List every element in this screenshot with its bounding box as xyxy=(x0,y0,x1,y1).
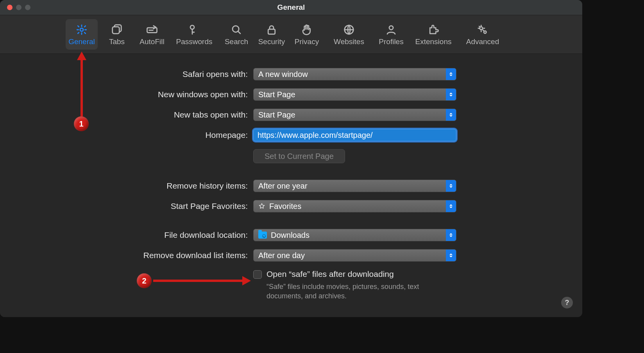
tab-profiles[interactable]: Profiles xyxy=(375,19,407,50)
safe-files-description: “Safe” files include movies, pictures, s… xyxy=(267,282,446,301)
preferences-window: General General Tabs AutoFill Passwo xyxy=(0,0,582,317)
tabs-icon xyxy=(110,23,123,36)
autofill-icon xyxy=(145,23,159,36)
help-button[interactable]: ? xyxy=(561,297,573,308)
minimize-window-button[interactable] xyxy=(16,5,21,10)
tab-label: Profiles xyxy=(379,37,403,46)
select-remove-download-list[interactable]: After one day xyxy=(253,249,456,262)
tab-general[interactable]: General xyxy=(66,19,98,50)
globe-icon xyxy=(342,23,356,36)
svg-point-3 xyxy=(190,25,194,29)
select-value: Favorites xyxy=(269,202,301,211)
select-value: Start Page xyxy=(258,111,295,119)
settings-toolbar: General Tabs AutoFill Passwords Search xyxy=(0,15,582,54)
search-icon xyxy=(230,23,243,36)
select-new-windows-open-with[interactable]: Start Page xyxy=(253,88,456,101)
zoom-window-button[interactable] xyxy=(25,5,30,10)
tab-search[interactable]: Search xyxy=(220,19,252,50)
svg-point-7 xyxy=(389,26,393,30)
general-content: Safari opens with: A new window New wind… xyxy=(0,54,582,317)
tab-tabs[interactable]: Tabs xyxy=(101,19,133,50)
svg-point-9 xyxy=(484,31,486,33)
label-new-tabs: New tabs open with: xyxy=(0,110,253,119)
select-new-tabs-open-with[interactable]: Start Page xyxy=(253,109,456,121)
tab-label: AutoFill xyxy=(140,37,164,46)
tab-label: Search xyxy=(225,37,248,46)
tab-label: Advanced xyxy=(466,37,499,46)
select-start-page-favorites[interactable]: Favorites xyxy=(253,200,456,212)
label-download-location: File download location: xyxy=(0,230,253,240)
star-icon xyxy=(258,203,265,210)
updown-icon xyxy=(446,180,456,192)
checkbox-open-safe-files[interactable] xyxy=(253,270,262,279)
tab-label: Extensions xyxy=(415,37,452,46)
select-safari-opens-with[interactable]: A new window xyxy=(253,68,456,80)
hand-icon xyxy=(300,23,313,36)
label-homepage: Homepage: xyxy=(0,130,253,140)
window-title: General xyxy=(0,0,582,15)
window-controls xyxy=(0,5,30,10)
tab-label: General xyxy=(68,37,95,46)
label-remove-downloads: Remove download list items: xyxy=(0,251,253,260)
tab-security[interactable]: Security xyxy=(256,19,288,50)
checkbox-label: Open “safe” files after downloading xyxy=(267,269,446,279)
person-icon xyxy=(385,23,398,36)
tab-extensions[interactable]: Extensions xyxy=(410,19,456,50)
tab-passwords[interactable]: Passwords xyxy=(171,19,217,50)
svg-rect-5 xyxy=(268,29,275,34)
puzzle-icon xyxy=(427,23,440,36)
lock-icon xyxy=(265,23,278,36)
select-remove-history[interactable]: After one year xyxy=(253,180,456,192)
gear-icon xyxy=(75,23,88,36)
set-to-current-page-button: Set to Current Page xyxy=(253,149,345,163)
updown-icon xyxy=(446,200,456,212)
updown-icon xyxy=(446,68,456,80)
close-window-button[interactable] xyxy=(7,5,13,10)
label-safari-opens: Safari opens with: xyxy=(0,70,253,79)
gears-icon xyxy=(476,23,489,36)
tab-label: Websites xyxy=(334,37,364,46)
select-download-location[interactable]: Downloads xyxy=(253,229,456,241)
tab-websites[interactable]: Websites xyxy=(326,19,372,50)
downloads-folder-icon xyxy=(258,232,267,239)
tab-label: Security xyxy=(258,37,285,46)
label-new-windows: New windows open with: xyxy=(0,90,253,99)
select-value: Downloads xyxy=(271,231,309,240)
label-remove-history: Remove history items: xyxy=(0,181,253,191)
select-value: A new window xyxy=(258,70,308,79)
svg-point-0 xyxy=(80,28,83,31)
key-icon xyxy=(188,23,201,36)
tab-label: Tabs xyxy=(109,37,125,46)
updown-icon xyxy=(446,89,456,100)
tab-label: Passwords xyxy=(176,37,213,46)
tab-advanced[interactable]: Advanced xyxy=(460,19,506,50)
updown-icon xyxy=(446,229,456,241)
svg-rect-1 xyxy=(113,27,120,34)
input-homepage[interactable] xyxy=(253,129,456,141)
updown-icon xyxy=(446,250,456,261)
label-favorites: Start Page Favorites: xyxy=(0,201,253,211)
tab-autofill[interactable]: AutoFill xyxy=(136,19,168,50)
tab-label: Privacy xyxy=(295,37,319,46)
titlebar: General xyxy=(0,0,582,15)
select-value: Start Page xyxy=(258,90,295,99)
select-value: After one day xyxy=(258,251,305,260)
select-value: After one year xyxy=(258,182,308,191)
tab-privacy[interactable]: Privacy xyxy=(291,19,323,50)
updown-icon xyxy=(446,109,456,121)
